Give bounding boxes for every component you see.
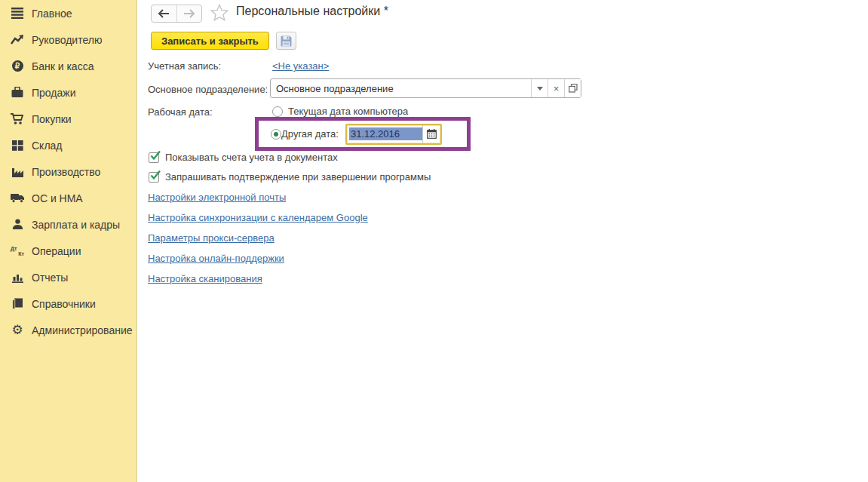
radio-current-date-label: Текущая дата компьютера xyxy=(288,106,408,117)
date-input[interactable]: 31.12.2016 xyxy=(345,124,442,145)
sidebar-item-glavnoe[interactable]: Главное xyxy=(0,0,136,26)
account-label: Учетная запись: xyxy=(148,60,221,72)
sidebar-item-label: ОС и НМА xyxy=(32,192,83,204)
checkbox-show-accounts[interactable]: Показывать счета учета в документах xyxy=(149,152,338,163)
sidebar-item-label: Производство xyxy=(32,166,100,178)
person-icon xyxy=(10,218,25,232)
account-link[interactable]: <Не указан> xyxy=(272,60,329,72)
forward-icon xyxy=(183,9,195,18)
sidebar-item-label: Продажи xyxy=(32,87,75,99)
link-email-settings[interactable]: Настройки электронной почты xyxy=(148,192,286,203)
dropdown-icon xyxy=(537,87,543,91)
sidebar-item-label: Отчеты xyxy=(32,272,68,284)
sidebar-item-pokupki[interactable]: Покупки xyxy=(0,106,136,132)
star-icon xyxy=(210,4,229,21)
forward-button[interactable] xyxy=(176,5,202,22)
floppy-icon xyxy=(281,35,292,47)
calendar-icon xyxy=(427,129,437,139)
menu-icon xyxy=(10,7,25,20)
radio-other-date-icon xyxy=(271,129,281,140)
calendar-button[interactable] xyxy=(422,125,440,143)
sidebar-item-label: Администрирование xyxy=(32,324,133,336)
sidebar-item-label: Главное xyxy=(32,8,72,20)
checkbox-checked-icon xyxy=(149,172,159,183)
radio-other-date-label: Другая дата: xyxy=(281,128,339,140)
sidebar-item-prodazhi[interactable]: Продажи xyxy=(0,79,136,106)
sidebar-item-operacii[interactable]: ДтКт Операции xyxy=(0,238,136,264)
books-icon xyxy=(10,297,25,311)
link-proxy-settings[interactable]: Параметры прокси-сервера xyxy=(148,232,275,244)
save-and-close-button[interactable]: Записать и закрыть xyxy=(151,32,269,50)
sidebar-item-administrirovanie[interactable]: ⚙ Администрирование xyxy=(0,317,136,343)
sidebar-item-label: Банк и касса xyxy=(32,60,94,72)
sidebar-item-proizvodstvo[interactable]: Производство xyxy=(0,158,136,185)
link-scan-settings[interactable]: Настройка сканирования xyxy=(148,273,262,284)
truck-icon xyxy=(10,192,25,205)
link-google-calendar-sync[interactable]: Настройка синхронизации с календарем Goo… xyxy=(148,212,368,223)
save-button[interactable] xyxy=(276,32,296,50)
favorite-button[interactable] xyxy=(210,4,229,24)
debit-credit-icon: ДтКт xyxy=(10,244,25,258)
sidebar-item-label: Операции xyxy=(32,245,81,257)
gear-icon: ⚙ xyxy=(10,324,25,337)
sidebar-item-label: Руководителю xyxy=(32,34,102,46)
back-icon xyxy=(158,9,170,18)
radio-other-date[interactable]: Другая дата: xyxy=(271,128,339,140)
sidebar-item-otchety[interactable]: Отчеты xyxy=(0,264,136,290)
checkbox-checked-icon xyxy=(149,152,159,163)
sidebar-item-zarplata-i-kadry[interactable]: Зарплата и кадры xyxy=(0,211,136,238)
grid-icon xyxy=(10,139,25,152)
sidebar-item-os-i-nma[interactable]: ОС и НМА xyxy=(0,185,136,211)
date-value-selected: 31.12.2016 xyxy=(349,127,422,140)
page-title: Персональные настройки * xyxy=(236,5,388,18)
sidebar-item-sklad[interactable]: Склад xyxy=(0,132,136,158)
checkbox-confirm-exit[interactable]: Запрашивать подтверждение при завершении… xyxy=(149,171,431,183)
link-online-support[interactable]: Настройка онлайн-поддержки xyxy=(148,253,284,264)
sidebar-item-label: Склад xyxy=(32,140,63,152)
trend-icon xyxy=(10,33,25,47)
sidebar-item-label: Справочники xyxy=(32,298,96,310)
sidebar-item-spravochniki[interactable]: Справочники xyxy=(0,290,136,317)
department-combobox[interactable]: Основное подразделение × xyxy=(270,78,581,98)
sidebar: Главное Руководителю ₽ Банк и касса Прод… xyxy=(0,0,137,482)
checkbox-label: Показывать счета учета в документах xyxy=(165,152,338,163)
department-label: Основное подразделение: xyxy=(148,84,268,95)
sidebar-item-label: Зарплата и кадры xyxy=(32,219,120,231)
open-button[interactable] xyxy=(564,79,581,97)
sidebar-item-bank-i-kassa[interactable]: ₽ Банк и касса xyxy=(0,53,136,79)
sidebar-item-rukovoditelyu[interactable]: Руководителю xyxy=(0,26,136,53)
cart-icon xyxy=(10,112,25,126)
back-button[interactable] xyxy=(152,5,176,22)
dropdown-button[interactable] xyxy=(531,79,547,97)
radio-current-date-icon xyxy=(272,106,283,117)
clear-button[interactable]: × xyxy=(547,79,564,97)
briefcase-icon xyxy=(10,86,25,100)
working-date-label: Рабочая дата: xyxy=(148,106,213,118)
bar-chart-icon xyxy=(10,271,25,284)
checkbox-label: Запрашивать подтверждение при завершении… xyxy=(165,171,431,183)
open-icon xyxy=(569,84,578,93)
factory-icon xyxy=(10,165,25,179)
department-value: Основное подразделение xyxy=(271,79,531,97)
ruble-icon: ₽ xyxy=(10,60,25,73)
clear-icon: × xyxy=(554,83,560,94)
radio-current-date[interactable]: Текущая дата компьютера xyxy=(272,106,408,117)
history-nav xyxy=(151,5,202,23)
annotation-highlight: Другая дата: 31.12.2016 xyxy=(255,117,471,151)
sidebar-item-label: Покупки xyxy=(32,113,72,125)
main-panel: Персональные настройки * Записать и закр… xyxy=(138,0,868,482)
